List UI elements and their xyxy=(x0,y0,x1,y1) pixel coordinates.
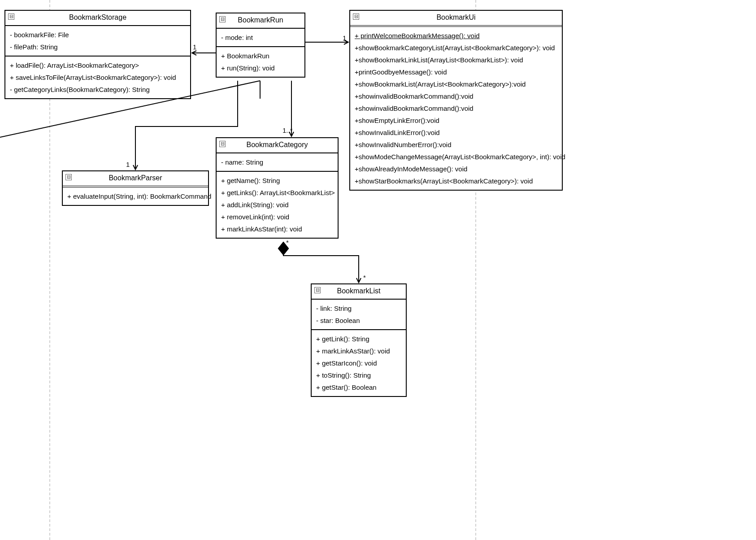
operation: + getStar(): Boolean xyxy=(316,381,401,393)
operations-section: + printWelcomeBookmarkMessage(): void +s… xyxy=(350,27,562,190)
operation: + loadFile(): ArrayList<BookmarkCategory… xyxy=(10,59,186,71)
operation: + BookmarkRun xyxy=(221,50,300,62)
attribute: - mode: int xyxy=(221,31,300,44)
class-bookmark-list: ⊟ BookmarkList - link: String - star: Bo… xyxy=(311,283,407,397)
operation: +showInvalidLinkError():void xyxy=(355,126,557,139)
operation: + getLink(): String xyxy=(316,333,401,345)
class-bookmark-run: ⊟ BookmarkRun - mode: int + BookmarkRun … xyxy=(216,13,305,78)
composition-category-list xyxy=(283,248,359,283)
operations-section: + getLink(): String + markLinkAsStar(): … xyxy=(312,329,406,396)
attribute: - link: String xyxy=(316,302,401,314)
operation: + getStarIcon(): void xyxy=(316,357,401,369)
operation: + run(String): void xyxy=(221,62,300,74)
attribute: - bookmarkFile: File xyxy=(10,29,186,41)
operation: +showBookmarkList(ArrayList<BookmarkCate… xyxy=(355,78,557,90)
class-title-text: BookmarkStorage xyxy=(69,13,126,21)
operations-section: + loadFile(): ArrayList<BookmarkCategory… xyxy=(5,56,190,98)
operation: + markLinkAsStar(int): void xyxy=(221,223,333,235)
operation: + getLinks(): ArrayList<BookmarkList> xyxy=(221,187,333,199)
operation: +showinvalidBookmarkCommand():void xyxy=(355,102,557,114)
operations-section: + getName(): String + getLinks(): ArrayL… xyxy=(217,171,338,238)
collapse-icon[interactable]: ⊟ xyxy=(353,13,359,20)
operation: + evaluateInput(String, int): BookmarkCo… xyxy=(67,190,204,202)
collapse-icon[interactable]: ⊟ xyxy=(219,16,226,22)
operation: + saveLinksToFile(ArrayList<BookmarkCate… xyxy=(10,71,186,83)
class-title-text: BookmarkUi xyxy=(436,13,475,21)
attribute: - star: Boolean xyxy=(316,314,401,327)
class-title-text: BookmarkRun xyxy=(238,16,283,24)
operation: +showBookmarkLinkList(ArrayList<Bookmark… xyxy=(355,54,557,66)
operation: +showAlreadyInModeMessage(): void xyxy=(355,163,557,175)
mult-run-category: 1..* xyxy=(282,126,293,134)
mult-run-storage: 1 xyxy=(193,43,196,51)
class-bookmark-parser: ⊟ BookmarkParser + evaluateInput(String,… xyxy=(62,170,209,206)
attribute: - name: String xyxy=(221,156,333,168)
collapse-icon[interactable]: ⊟ xyxy=(314,287,321,293)
attribute: - filePath: String xyxy=(10,41,186,53)
mult-run-ui: 1 xyxy=(343,34,346,42)
attributes-section: - bookmarkFile: File - filePath: String xyxy=(5,26,190,56)
mult-category-list: * xyxy=(363,274,366,281)
class-title-text: BookmarkList xyxy=(337,287,381,295)
class-title-text: BookmarkParser xyxy=(109,174,162,182)
operation: +showEmptyLinkError():void xyxy=(355,114,557,126)
operation: +showInvalidNumberError():void xyxy=(355,139,557,151)
operation: + markLinkAsStar(): void xyxy=(316,345,401,357)
mult-category-self: * xyxy=(286,239,289,246)
operation: +showBookmarkCategoryList(ArrayList<Book… xyxy=(355,42,557,54)
collapse-icon[interactable]: ⊟ xyxy=(65,174,72,180)
operation: + addLink(String): void xyxy=(221,199,333,211)
operation: +showinvalidBookmarkCommand():void xyxy=(355,90,557,102)
attributes-section: - mode: int xyxy=(217,29,304,46)
operation: + toString(): String xyxy=(316,369,401,381)
operation: + removeLink(int): void xyxy=(221,211,333,223)
operations-section: + BookmarkRun + run(String): void xyxy=(217,46,304,77)
class-bookmark-storage: ⊟ BookmarkStorage - bookmarkFile: File -… xyxy=(4,10,191,99)
class-bookmark-category: ⊟ BookmarkCategory - name: String + getN… xyxy=(216,137,339,239)
attributes-section: - name: String xyxy=(217,153,338,171)
operation: - getCategoryLinks(BookmarkCategory): St… xyxy=(10,83,186,96)
collapse-icon[interactable]: ⊟ xyxy=(8,13,14,20)
class-title-text: BookmarkCategory xyxy=(247,141,308,148)
operation: +showStarBookmarks(ArrayList<BookmarkCat… xyxy=(355,175,557,187)
class-bookmark-ui: ⊟ BookmarkUi + printWelcomeBookmarkMessa… xyxy=(349,10,563,191)
mult-run-parser: 1 xyxy=(126,161,130,168)
collapse-icon[interactable]: ⊟ xyxy=(219,141,226,147)
operation: + printWelcomeBookmarkMessage(): void xyxy=(355,30,557,42)
operation: + getName(): String xyxy=(221,174,333,187)
operation: +showModeChangeMessage(ArrayList<Bookmar… xyxy=(355,151,557,163)
operations-section: + evaluateInput(String, int): BookmarkCo… xyxy=(63,187,208,205)
attributes-section: - link: String - star: Boolean xyxy=(312,300,406,329)
operation: +printGoodbyeMessage(): void xyxy=(355,66,557,78)
